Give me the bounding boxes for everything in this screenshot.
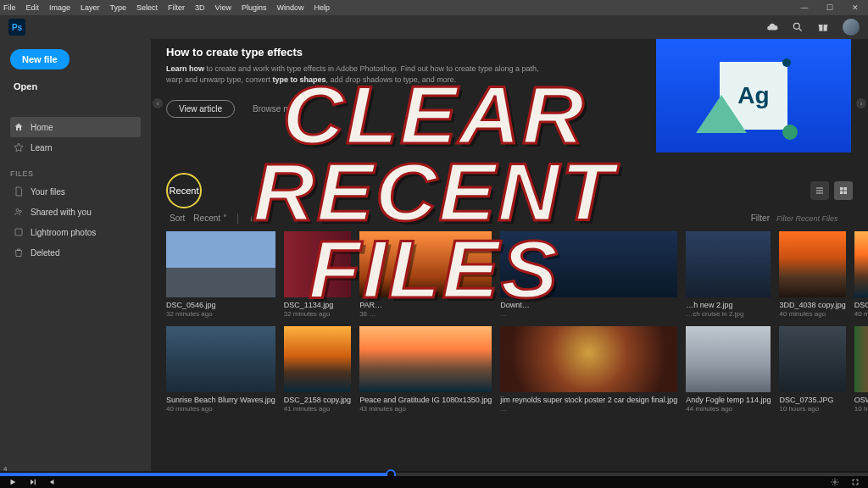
gift-icon[interactable] [817, 21, 829, 33]
svg-rect-7 [15, 229, 22, 236]
window-maximize-icon[interactable]: ☐ [817, 0, 843, 15]
menu-3d[interactable]: 3D [195, 3, 205, 12]
shared-icon [14, 207, 24, 217]
thumb-time: … [500, 310, 677, 318]
play-pause-icon[interactable] [8, 478, 17, 486]
hero-prev-icon[interactable]: ‹ [153, 98, 163, 108]
open-button[interactable]: Open [10, 76, 141, 97]
svg-rect-9 [844, 187, 848, 191]
scrub-time: 4 [3, 465, 7, 473]
sidebar-item-label: Shared with you [31, 208, 92, 217]
hero-next-icon[interactable]: › [856, 98, 866, 108]
thumb-time: …ch cruise in 2.jpg [686, 310, 771, 318]
hero-title: How to create type effects [166, 46, 556, 58]
hero-subtitle: Learn how to create and work with type e… [166, 64, 556, 85]
file-thumb[interactable]: DSC_0735.JPG 10 hours ago [779, 326, 845, 413]
svg-line-1 [799, 29, 802, 31]
file-thumb[interactable]: PAR… 38 … [359, 231, 492, 318]
file-thumb[interactable]: OSW 7.25.2020-4296.jpg 10 hours ago [854, 326, 868, 413]
fullscreen-icon[interactable] [851, 478, 860, 486]
menu-image[interactable]: Image [49, 3, 70, 12]
sidebar-item-label: Your files [31, 187, 65, 197]
volume-icon[interactable] [49, 478, 58, 486]
file-thumb[interactable]: Downt… … [500, 231, 677, 318]
thumb-name: 3DD_4038 copy.jpg [779, 301, 845, 309]
file-thumb[interactable]: DSC_0546.jpg 32 minutes ago [166, 231, 275, 318]
file-thumb[interactable]: DSC_2158 copy.jpg 41 minutes ago [284, 326, 351, 413]
browse-more-link[interactable]: Browse more [253, 104, 303, 114]
doc-icon [14, 186, 24, 197]
learn-icon [14, 142, 24, 152]
svg-rect-10 [840, 191, 843, 195]
sidebar-item-label: Learn [31, 143, 53, 152]
file-thumb[interactable]: Peace and Gratitude IG 1080x1350.jpg 43 … [359, 326, 492, 413]
thumb-time: 32 minutes ago [166, 310, 275, 318]
thumb-time: … [500, 405, 677, 413]
sidebar-item-learn[interactable]: Learn [10, 137, 141, 158]
file-thumb[interactable]: Sunrise Beach Blurry Waves.jpg 40 minute… [166, 326, 275, 413]
list-view-icon[interactable] [810, 181, 829, 200]
new-file-button[interactable]: New file [10, 49, 70, 69]
thumb-name: DSC_0546.jpg [166, 301, 275, 309]
sidebar-item-home[interactable]: Home [10, 117, 141, 137]
sidebar-item-shared[interactable]: Shared with you [10, 202, 141, 222]
svg-point-5 [16, 209, 19, 212]
thumb-time: 40 minutes ago [779, 310, 845, 318]
sidebar-item-label: Deleted [31, 248, 59, 258]
settings-icon[interactable] [831, 478, 839, 486]
sort-direction-icon[interactable]: ↓ [249, 214, 253, 223]
view-article-button[interactable]: View article [166, 100, 235, 118]
menu-type[interactable]: Type [110, 3, 127, 12]
thumb-name: DSC_3328 copy 2.jpg [854, 301, 868, 309]
thumb-name: Peace and Gratitude IG 1080x1350.jpg [359, 396, 492, 404]
thumb-name: DSC_1134.jpg [284, 301, 351, 309]
recent-heading[interactable]: Recent [166, 173, 202, 208]
menu-file[interactable]: File [3, 3, 16, 12]
avatar[interactable] [843, 19, 860, 36]
ps-logo: Ps [8, 19, 25, 36]
file-thumb[interactable]: Andy Fogle temp 114.jpg 44 minutes ago [686, 326, 771, 413]
thumb-name: OSW 7.25.2020-4296.jpg [854, 396, 868, 404]
thumb-time: 38 … [359, 310, 492, 318]
thumb-name: PAR… [359, 301, 492, 309]
svg-point-6 [19, 210, 22, 213]
thumb-name: jim reynolds super stock poster 2 car de… [500, 396, 677, 404]
cloud-icon[interactable] [766, 21, 778, 33]
window-close-icon[interactable]: ✕ [843, 0, 868, 15]
sidebar-item-your-files[interactable]: Your files [10, 181, 141, 202]
menu-select[interactable]: Select [136, 3, 158, 12]
sidebar-item-lightroom[interactable]: Lightroom photos [10, 222, 141, 242]
menu-edit[interactable]: Edit [26, 3, 40, 12]
file-thumb[interactable]: DSC_3328 copy 2.jpg 40 minutes ago [854, 231, 868, 318]
filter-input[interactable] [776, 214, 853, 223]
filter-label: Filter [751, 214, 770, 223]
svg-point-0 [793, 23, 799, 29]
thumb-name: …h new 2.jpg [686, 301, 771, 309]
svg-point-12 [834, 481, 837, 484]
menu-filter[interactable]: Filter [168, 3, 185, 12]
menu-layer[interactable]: Layer [81, 3, 100, 12]
sidebar-item-label: Lightroom photos [31, 228, 96, 237]
file-thumb[interactable]: jim reynolds super stock poster 2 car de… [500, 326, 677, 413]
menu-help[interactable]: Help [314, 3, 331, 12]
search-icon[interactable] [792, 21, 804, 33]
hero-card: ‹ › How to create type effects Learn how… [151, 39, 868, 158]
menu-window[interactable]: Window [277, 3, 304, 12]
sort-dropdown[interactable]: Recent ˅ [193, 214, 226, 223]
grid-view-icon[interactable] [834, 181, 853, 200]
sidebar-item-label: Home [31, 123, 53, 132]
hero-badge: Ag [720, 62, 787, 130]
window-minimize-icon[interactable]: — [792, 0, 817, 15]
thumb-time: 32 minutes ago [284, 310, 351, 318]
sidebar-item-deleted[interactable]: Deleted [10, 242, 141, 263]
file-thumb[interactable]: DSC_1134.jpg 32 minutes ago [284, 231, 351, 318]
file-thumb[interactable]: 3DD_4038 copy.jpg 40 minutes ago [779, 231, 845, 318]
file-thumb[interactable]: …h new 2.jpg …ch cruise in 2.jpg [686, 231, 771, 318]
menu-plugins[interactable]: Plugins [242, 3, 267, 12]
thumb-name: Andy Fogle temp 114.jpg [686, 396, 771, 404]
player-controls [0, 476, 868, 488]
thumb-time: 41 minutes ago [284, 405, 351, 413]
skip-icon[interactable] [29, 478, 37, 486]
files-heading: FILES [10, 169, 141, 178]
menu-view[interactable]: View [215, 3, 231, 12]
